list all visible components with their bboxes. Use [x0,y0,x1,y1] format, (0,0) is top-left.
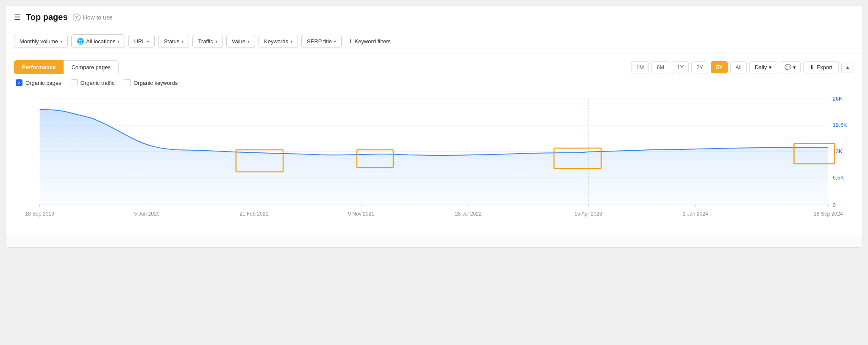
keywords-filter[interactable]: Keywords ▾ [259,35,298,48]
svg-text:28 Jul 2022: 28 Jul 2022 [455,211,482,217]
chevron-down-icon: ▾ [117,39,120,44]
globe-icon: 🌐 [77,38,84,45]
annotation-button[interactable]: 💬 ▾ [780,61,801,73]
chevron-up-icon: ▲ [845,65,850,70]
traffic-filter[interactable]: Traffic ▾ [192,35,223,48]
checkbox-checked-icon [16,79,22,86]
organic-keywords-checkbox[interactable]: Organic keywords [124,79,178,86]
page-title: Top pages [26,12,68,22]
traffic-label: Traffic [198,38,213,45]
checkbox-unchecked-icon [124,79,131,86]
filter-bar: Monthly volume ▾ 🌐 All locations ▾ URL ▾… [6,29,862,53]
keyword-filters-button[interactable]: + Keyword filters [345,34,394,48]
chevron-down-icon: ▾ [248,39,250,44]
help-icon: ? [73,14,81,21]
chevron-down-icon: ▾ [147,39,149,44]
organic-pages-checkbox[interactable]: Organic pages [16,79,61,86]
checkbox-unchecked-icon [71,79,78,86]
chevron-down-icon: ▾ [60,39,62,44]
chart-area-fill [40,109,829,205]
serp-title-filter[interactable]: SERP title ▾ [301,35,342,48]
export-label: Export [817,64,833,70]
keyword-filters-label: Keyword filters [354,38,390,45]
speech-bubble-icon: 💬 [785,64,791,70]
time-2y-button[interactable]: 2Y [691,61,708,73]
url-filter[interactable]: URL ▾ [128,35,155,48]
value-filter[interactable]: Value ▾ [226,35,255,48]
url-label: URL [134,38,145,45]
time-all-button[interactable]: All [730,61,746,73]
chevron-down-icon: ▾ [290,39,292,44]
organic-traffic-label: Organic traffic [81,80,115,86]
svg-text:0: 0 [832,202,835,208]
chevron-down-icon: ▾ [334,39,336,44]
chart-svg: 26K 19.5K 13K 6.5K 0 [14,90,854,235]
main-container: ☰ Top pages ? How to use Monthly volume … [5,5,863,248]
how-to-use-button[interactable]: ? How to use [73,14,113,21]
chevron-down-icon: ▾ [793,64,796,70]
monthly-volume-filter[interactable]: Monthly volume ▾ [14,35,68,48]
period-selector[interactable]: Daily ▾ [749,61,777,73]
organic-traffic-checkbox[interactable]: Organic traffic [71,79,115,86]
chevron-down-icon: ▾ [215,39,217,44]
chart-section: Performance Compare pages 1M 6M 1Y 2Y 5Y… [6,53,862,235]
svg-text:19.5K: 19.5K [832,122,847,128]
svg-text:18 Sep 2019: 18 Sep 2019 [25,211,54,217]
tab-performance[interactable]: Performance [14,60,64,74]
serp-title-label: SERP title [307,38,332,45]
svg-text:15 Apr 2023: 15 Apr 2023 [574,211,602,217]
chart-top-bar: Performance Compare pages 1M 6M 1Y 2Y 5Y… [14,60,854,74]
time-1m-button[interactable]: 1M [631,61,649,73]
svg-text:13K: 13K [832,148,843,154]
all-locations-label: All locations [86,38,115,45]
collapse-button[interactable]: ▲ [841,62,854,73]
bottom-bar [6,235,862,247]
svg-text:18 Sep 2024: 18 Sep 2024 [814,211,843,217]
checkbox-row: Organic pages Organic traffic Organic ke… [14,79,854,86]
svg-text:5 Jun 2020: 5 Jun 2020 [134,211,160,217]
svg-text:9 Nov 2021: 9 Nov 2021 [348,211,374,217]
plus-icon: + [348,37,352,45]
time-5y-button[interactable]: 5Y [711,61,728,73]
all-locations-filter[interactable]: 🌐 All locations ▾ [71,34,125,48]
organic-pages-label: Organic pages [25,80,61,86]
time-1y-button[interactable]: 1Y [672,61,689,73]
chart-area: 26K 19.5K 13K 6.5K 0 [14,90,854,235]
chevron-down-icon: ▾ [181,39,184,44]
chevron-down-icon: ▾ [769,64,772,70]
period-label: Daily [755,64,767,70]
how-to-use-label: How to use [83,14,113,21]
svg-text:21 Feb 2021: 21 Feb 2021 [239,211,268,217]
organic-keywords-label: Organic keywords [134,80,178,86]
svg-text:26K: 26K [832,95,843,102]
status-label: Status [164,38,179,45]
hamburger-icon[interactable]: ☰ [14,13,21,22]
status-filter[interactable]: Status ▾ [158,35,189,48]
keywords-label: Keywords [264,38,288,45]
value-label: Value [232,38,245,45]
export-icon: ⬇ [810,64,814,70]
svg-text:6.5K: 6.5K [832,174,844,181]
time-6m-button[interactable]: 6M [651,61,669,73]
svg-text:1 Jan 2024: 1 Jan 2024 [683,211,708,217]
tab-group: Performance Compare pages [14,60,119,74]
tab-compare-pages[interactable]: Compare pages [64,60,119,74]
export-button[interactable]: ⬇ Export [803,61,839,73]
chart-controls: 1M 6M 1Y 2Y 5Y All Daily ▾ 💬 ▾ ⬇ Export [631,61,854,73]
monthly-volume-label: Monthly volume [19,38,58,45]
header: ☰ Top pages ? How to use [6,6,862,29]
